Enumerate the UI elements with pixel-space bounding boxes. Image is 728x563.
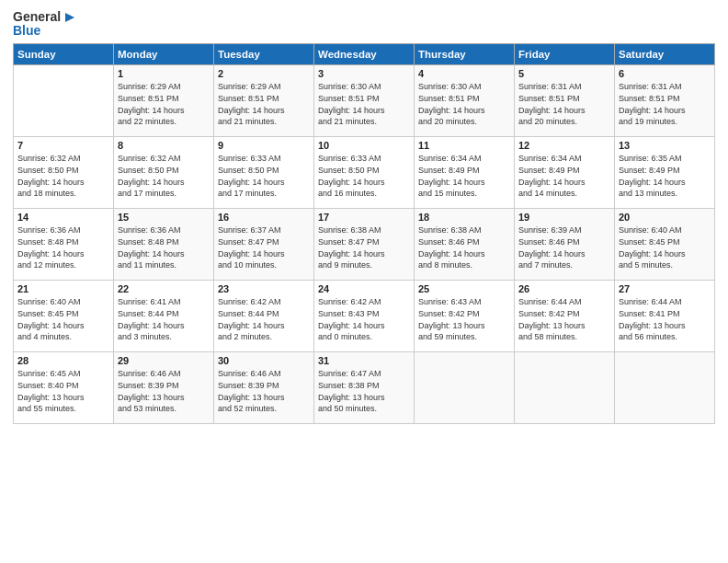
calendar-cell: 28Sunrise: 6:45 AM Sunset: 8:40 PM Dayli…: [14, 352, 114, 424]
calendar-cell: 6Sunrise: 6:31 AM Sunset: 8:51 PM Daylig…: [615, 65, 715, 137]
calendar-cell: 12Sunrise: 6:34 AM Sunset: 8:49 PM Dayli…: [515, 137, 615, 209]
header: General Blue: [13, 9, 715, 38]
day-number: 13: [619, 140, 711, 151]
day-info: Sunrise: 6:34 AM Sunset: 8:49 PM Dayligh…: [518, 153, 610, 199]
day-number: 24: [318, 283, 410, 294]
week-row-4: 28Sunrise: 6:45 AM Sunset: 8:40 PM Dayli…: [14, 352, 715, 424]
day-info: Sunrise: 6:43 AM Sunset: 8:42 PM Dayligh…: [418, 296, 510, 342]
calendar-cell: 4Sunrise: 6:30 AM Sunset: 8:51 PM Daylig…: [415, 65, 515, 137]
logo-arrow-icon: [62, 9, 78, 26]
day-number: 19: [518, 212, 610, 223]
day-number: 17: [318, 212, 410, 223]
day-info: Sunrise: 6:33 AM Sunset: 8:50 PM Dayligh…: [218, 153, 310, 199]
calendar-cell: 13Sunrise: 6:35 AM Sunset: 8:49 PM Dayli…: [615, 137, 715, 209]
calendar-cell: 23Sunrise: 6:42 AM Sunset: 8:44 PM Dayli…: [214, 281, 314, 352]
svg-marker-0: [65, 13, 74, 22]
day-number: 23: [218, 283, 310, 294]
day-info: Sunrise: 6:47 AM Sunset: 8:38 PM Dayligh…: [318, 368, 410, 414]
day-number: 15: [118, 212, 210, 223]
calendar-cell: 14Sunrise: 6:36 AM Sunset: 8:48 PM Dayli…: [14, 209, 114, 281]
calendar-cell: [615, 352, 715, 424]
day-number: 9: [218, 140, 310, 151]
header-cell-wednesday: Wednesday: [314, 44, 415, 65]
day-number: 2: [218, 68, 310, 79]
day-info: Sunrise: 6:30 AM Sunset: 8:51 PM Dayligh…: [318, 81, 410, 127]
calendar-cell: 1Sunrise: 6:29 AM Sunset: 8:51 PM Daylig…: [114, 65, 214, 137]
day-info: Sunrise: 6:33 AM Sunset: 8:50 PM Dayligh…: [318, 153, 410, 199]
day-info: Sunrise: 6:37 AM Sunset: 8:47 PM Dayligh…: [218, 224, 310, 270]
day-number: 18: [418, 212, 510, 223]
day-info: Sunrise: 6:40 AM Sunset: 8:45 PM Dayligh…: [17, 296, 109, 342]
day-info: Sunrise: 6:42 AM Sunset: 8:44 PM Dayligh…: [218, 296, 310, 342]
day-info: Sunrise: 6:44 AM Sunset: 8:41 PM Dayligh…: [619, 296, 711, 342]
day-number: 7: [17, 140, 109, 151]
header-cell-tuesday: Tuesday: [214, 44, 314, 65]
day-number: 29: [118, 355, 210, 366]
calendar-cell: 18Sunrise: 6:38 AM Sunset: 8:46 PM Dayli…: [415, 209, 515, 281]
header-cell-sunday: Sunday: [14, 44, 114, 65]
day-number: 16: [218, 212, 310, 223]
calendar-cell: 15Sunrise: 6:36 AM Sunset: 8:48 PM Dayli…: [114, 209, 214, 281]
week-row-2: 14Sunrise: 6:36 AM Sunset: 8:48 PM Dayli…: [14, 209, 715, 281]
day-info: Sunrise: 6:30 AM Sunset: 8:51 PM Dayligh…: [418, 81, 510, 127]
day-number: 5: [518, 68, 610, 79]
day-info: Sunrise: 6:42 AM Sunset: 8:43 PM Dayligh…: [318, 296, 410, 342]
calendar-cell: 17Sunrise: 6:38 AM Sunset: 8:47 PM Dayli…: [314, 209, 415, 281]
day-number: 4: [418, 68, 510, 79]
calendar-cell: 25Sunrise: 6:43 AM Sunset: 8:42 PM Dayli…: [415, 281, 515, 352]
day-info: Sunrise: 6:38 AM Sunset: 8:47 PM Dayligh…: [318, 224, 410, 270]
day-info: Sunrise: 6:31 AM Sunset: 8:51 PM Dayligh…: [619, 81, 711, 127]
day-info: Sunrise: 6:38 AM Sunset: 8:46 PM Dayligh…: [418, 224, 510, 270]
day-info: Sunrise: 6:40 AM Sunset: 8:45 PM Dayligh…: [619, 224, 711, 270]
day-info: Sunrise: 6:36 AM Sunset: 8:48 PM Dayligh…: [17, 224, 109, 270]
day-number: 25: [418, 283, 510, 294]
header-row: SundayMondayTuesdayWednesdayThursdayFrid…: [14, 44, 715, 65]
header-cell-thursday: Thursday: [415, 44, 515, 65]
day-info: Sunrise: 6:32 AM Sunset: 8:50 PM Dayligh…: [17, 153, 109, 199]
day-info: Sunrise: 6:32 AM Sunset: 8:50 PM Dayligh…: [118, 153, 210, 199]
day-info: Sunrise: 6:35 AM Sunset: 8:49 PM Dayligh…: [619, 153, 711, 199]
calendar-cell: 30Sunrise: 6:46 AM Sunset: 8:39 PM Dayli…: [214, 352, 314, 424]
day-info: Sunrise: 6:46 AM Sunset: 8:39 PM Dayligh…: [118, 368, 210, 414]
calendar-cell: 2Sunrise: 6:29 AM Sunset: 8:51 PM Daylig…: [214, 65, 314, 137]
calendar-cell: [515, 352, 615, 424]
day-info: Sunrise: 6:45 AM Sunset: 8:40 PM Dayligh…: [17, 368, 109, 414]
calendar-cell: 3Sunrise: 6:30 AM Sunset: 8:51 PM Daylig…: [314, 65, 415, 137]
calendar-cell: 21Sunrise: 6:40 AM Sunset: 8:45 PM Dayli…: [14, 281, 114, 352]
day-number: 1: [118, 68, 210, 79]
calendar-cell: 10Sunrise: 6:33 AM Sunset: 8:50 PM Dayli…: [314, 137, 415, 209]
day-number: 21: [17, 283, 109, 294]
day-info: Sunrise: 6:39 AM Sunset: 8:46 PM Dayligh…: [518, 224, 610, 270]
calendar-table: SundayMondayTuesdayWednesdayThursdayFrid…: [13, 43, 715, 424]
calendar-cell: 20Sunrise: 6:40 AM Sunset: 8:45 PM Dayli…: [615, 209, 715, 281]
day-number: 28: [17, 355, 109, 366]
header-cell-saturday: Saturday: [615, 44, 715, 65]
calendar-cell: 16Sunrise: 6:37 AM Sunset: 8:47 PM Dayli…: [214, 209, 314, 281]
calendar-cell: 8Sunrise: 6:32 AM Sunset: 8:50 PM Daylig…: [114, 137, 214, 209]
day-number: 22: [118, 283, 210, 294]
day-info: Sunrise: 6:29 AM Sunset: 8:51 PM Dayligh…: [118, 81, 210, 127]
day-info: Sunrise: 6:29 AM Sunset: 8:51 PM Dayligh…: [218, 81, 310, 127]
day-number: 20: [619, 212, 711, 223]
day-info: Sunrise: 6:34 AM Sunset: 8:49 PM Dayligh…: [418, 153, 510, 199]
day-info: Sunrise: 6:44 AM Sunset: 8:42 PM Dayligh…: [518, 296, 610, 342]
calendar-cell: 19Sunrise: 6:39 AM Sunset: 8:46 PM Dayli…: [515, 209, 615, 281]
day-number: 27: [619, 283, 711, 294]
calendar-cell: 26Sunrise: 6:44 AM Sunset: 8:42 PM Dayli…: [515, 281, 615, 352]
calendar-cell: [415, 352, 515, 424]
week-row-3: 21Sunrise: 6:40 AM Sunset: 8:45 PM Dayli…: [14, 281, 715, 352]
day-number: 14: [17, 212, 109, 223]
day-info: Sunrise: 6:46 AM Sunset: 8:39 PM Dayligh…: [218, 368, 310, 414]
logo-blue: Blue: [13, 24, 40, 38]
day-number: 8: [118, 140, 210, 151]
day-info: Sunrise: 6:36 AM Sunset: 8:48 PM Dayligh…: [118, 224, 210, 270]
calendar-cell: 9Sunrise: 6:33 AM Sunset: 8:50 PM Daylig…: [214, 137, 314, 209]
header-cell-monday: Monday: [114, 44, 214, 65]
day-number: 11: [418, 140, 510, 151]
day-number: 6: [619, 68, 711, 79]
calendar-cell: 29Sunrise: 6:46 AM Sunset: 8:39 PM Dayli…: [114, 352, 214, 424]
logo: General Blue: [13, 9, 78, 38]
calendar-header: SundayMondayTuesdayWednesdayThursdayFrid…: [14, 44, 715, 65]
main-container: General Blue SundayMondayTuesdayWednesda…: [0, 0, 728, 431]
day-number: 26: [518, 283, 610, 294]
